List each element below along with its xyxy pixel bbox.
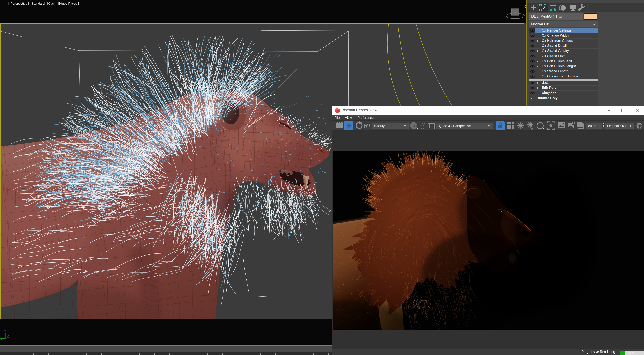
svg-text:LEFT: LEFT	[513, 11, 518, 13]
svg-text:80 %: 80 %	[588, 124, 596, 128]
svg-text:y: y	[0, 337, 2, 341]
svg-text:x: x	[8, 334, 10, 338]
svg-text:RT: RT	[364, 123, 371, 129]
svg-text:A: A	[531, 127, 533, 130]
svg-text:Original Size: Original Size	[607, 124, 626, 128]
svg-text:RGB: RGB	[411, 124, 417, 128]
svg-text:Quad 4 - Perspective: Quad 4 - Perspective	[439, 124, 471, 128]
svg-text:z: z	[4, 329, 6, 333]
svg-text:Beauty: Beauty	[374, 124, 385, 128]
